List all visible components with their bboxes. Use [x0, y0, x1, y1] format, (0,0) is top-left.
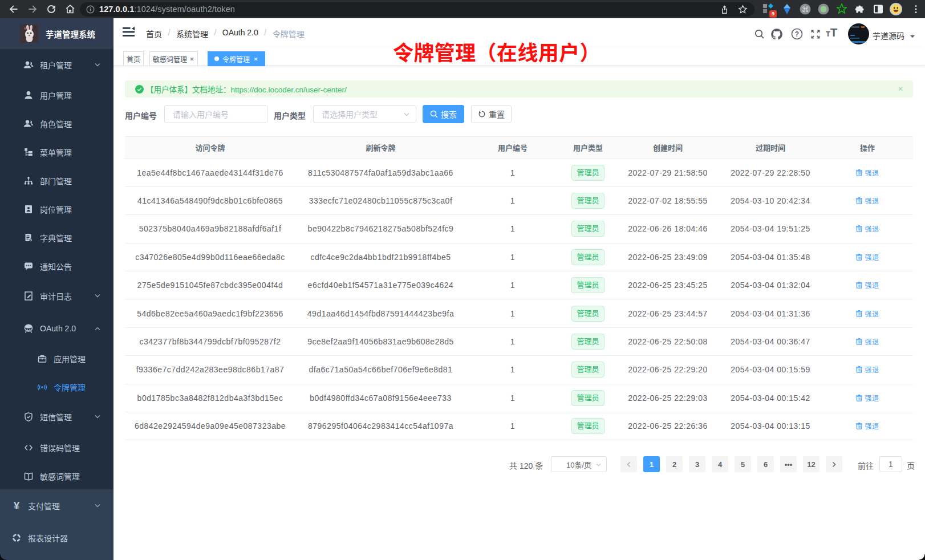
- svg-text:⌘: ⌘: [802, 5, 809, 14]
- svg-text:?: ?: [795, 30, 799, 38]
